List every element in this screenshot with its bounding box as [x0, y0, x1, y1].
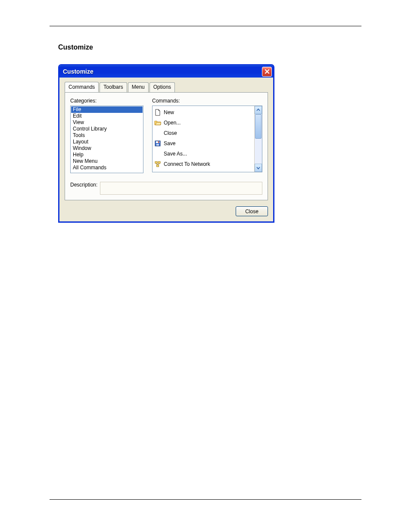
category-item[interactable]: Layout — [71, 139, 143, 145]
category-item[interactable]: New Menu — [71, 158, 143, 165]
command-label: New — [164, 109, 174, 116]
command-item[interactable]: New — [153, 107, 253, 118]
tab-options[interactable]: Options — [149, 82, 175, 93]
command-item[interactable]: Open... — [153, 118, 253, 128]
category-item[interactable]: File — [71, 106, 143, 113]
command-item[interactable]: Save As... — [153, 149, 253, 159]
dialog-title: Customize — [63, 68, 93, 75]
chevron-up-icon — [256, 108, 260, 112]
command-item[interactable]: Connect To Network — [153, 159, 253, 169]
blank-icon — [154, 150, 161, 157]
command-item[interactable]: Close — [153, 128, 253, 138]
titlebar-close-button[interactable] — [262, 67, 272, 77]
svg-rect-5 — [158, 162, 160, 163]
section-heading: Customize — [58, 44, 361, 51]
close-button[interactable]: Close — [236, 206, 268, 216]
folder-open-icon — [154, 119, 161, 126]
command-label: Connect To Network — [164, 160, 210, 168]
command-label: Open... — [164, 119, 181, 127]
commands-listbox[interactable]: New Open... Close — [152, 106, 262, 172]
dialog-body: Commands Toolbars Menu Options Categorie… — [59, 78, 273, 221]
svg-rect-3 — [158, 141, 159, 143]
tab-toolbars[interactable]: Toolbars — [100, 82, 127, 93]
description-box — [100, 182, 262, 195]
blank-icon — [154, 130, 161, 137]
top-rule — [50, 26, 361, 26]
categories-listbox[interactable]: File Edit View Control Library Tools Lay… — [70, 106, 143, 173]
category-item[interactable]: Tools — [71, 132, 143, 139]
customize-dialog: Customize Commands Toolbars Menu Options… — [58, 64, 274, 223]
category-item[interactable]: Control Library — [71, 126, 143, 132]
commands-label: Commands: — [152, 98, 262, 104]
chevron-down-icon — [256, 166, 260, 170]
bottom-rule — [50, 499, 361, 500]
save-icon — [154, 140, 161, 147]
tab-row: Commands Toolbars Menu Options — [65, 82, 268, 92]
network-icon — [154, 161, 161, 168]
svg-rect-4 — [155, 162, 157, 163]
command-item[interactable]: Save — [153, 138, 253, 149]
category-item[interactable]: Help — [71, 152, 143, 158]
description-label: Description: — [70, 182, 97, 188]
scroll-thumb[interactable] — [255, 114, 262, 139]
scroll-down-button[interactable] — [255, 164, 262, 172]
close-icon — [265, 69, 270, 74]
svg-rect-6 — [157, 165, 159, 167]
svg-rect-2 — [156, 144, 159, 146]
tab-commands[interactable]: Commands — [65, 82, 99, 92]
category-item[interactable]: View — [71, 119, 143, 126]
commands-scrollbar[interactable] — [254, 106, 262, 172]
command-label: Save As... — [164, 150, 187, 158]
scroll-up-button[interactable] — [255, 106, 262, 114]
command-label: Save — [164, 140, 175, 147]
file-new-icon — [154, 109, 161, 116]
titlebar[interactable]: Customize — [59, 65, 273, 78]
category-item[interactable]: All Commands — [71, 165, 143, 171]
category-item[interactable]: Edit — [71, 113, 143, 119]
tab-menu[interactable]: Menu — [128, 82, 149, 93]
command-label: Close — [164, 129, 177, 137]
category-item[interactable]: Window — [71, 145, 143, 152]
scroll-track[interactable] — [255, 114, 262, 164]
categories-label: Categories: — [70, 98, 143, 104]
tab-panel-commands: Categories: File Edit View Control Libra… — [65, 92, 268, 200]
